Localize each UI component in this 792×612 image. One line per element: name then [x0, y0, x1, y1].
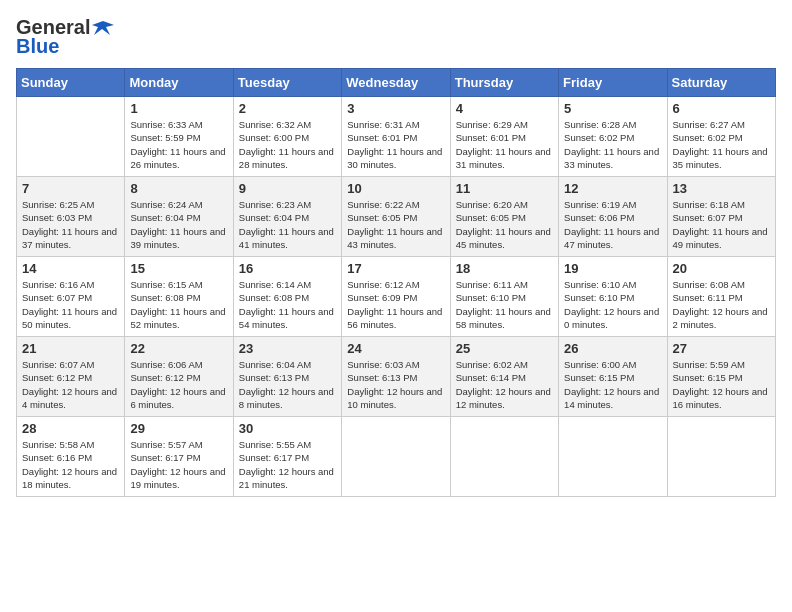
day-number: 29	[130, 421, 227, 436]
day-number: 25	[456, 341, 553, 356]
logo-bird-icon	[92, 17, 114, 39]
daylight-text: Daylight: 11 hours and 31 minutes.	[456, 145, 553, 172]
calendar-cell	[559, 417, 667, 497]
calendar-cell: 17 Sunrise: 6:12 AM Sunset: 6:09 PM Dayl…	[342, 257, 450, 337]
calendar-cell: 3 Sunrise: 6:31 AM Sunset: 6:01 PM Dayli…	[342, 97, 450, 177]
daylight-text: Daylight: 12 hours and 16 minutes.	[673, 385, 770, 412]
sunset-text: Sunset: 6:10 PM	[564, 291, 661, 304]
day-info: Sunrise: 6:00 AM Sunset: 6:15 PM Dayligh…	[564, 358, 661, 411]
day-info: Sunrise: 6:12 AM Sunset: 6:09 PM Dayligh…	[347, 278, 444, 331]
sunrise-text: Sunrise: 6:28 AM	[564, 118, 661, 131]
calendar-week-1: 1 Sunrise: 6:33 AM Sunset: 5:59 PM Dayli…	[17, 97, 776, 177]
calendar-week-5: 28 Sunrise: 5:58 AM Sunset: 6:16 PM Dayl…	[17, 417, 776, 497]
day-number: 18	[456, 261, 553, 276]
day-info: Sunrise: 5:59 AM Sunset: 6:15 PM Dayligh…	[673, 358, 770, 411]
calendar-cell: 18 Sunrise: 6:11 AM Sunset: 6:10 PM Dayl…	[450, 257, 558, 337]
sunrise-text: Sunrise: 6:24 AM	[130, 198, 227, 211]
sunrise-text: Sunrise: 6:10 AM	[564, 278, 661, 291]
column-header-saturday: Saturday	[667, 69, 775, 97]
sunrise-text: Sunrise: 6:06 AM	[130, 358, 227, 371]
day-number: 19	[564, 261, 661, 276]
calendar-cell	[450, 417, 558, 497]
day-info: Sunrise: 6:16 AM Sunset: 6:07 PM Dayligh…	[22, 278, 119, 331]
sunset-text: Sunset: 6:14 PM	[456, 371, 553, 384]
daylight-text: Daylight: 12 hours and 4 minutes.	[22, 385, 119, 412]
day-info: Sunrise: 6:22 AM Sunset: 6:05 PM Dayligh…	[347, 198, 444, 251]
logo: General Blue	[16, 16, 114, 58]
column-header-monday: Monday	[125, 69, 233, 97]
sunrise-text: Sunrise: 6:12 AM	[347, 278, 444, 291]
daylight-text: Daylight: 11 hours and 37 minutes.	[22, 225, 119, 252]
day-info: Sunrise: 6:19 AM Sunset: 6:06 PM Dayligh…	[564, 198, 661, 251]
calendar-week-4: 21 Sunrise: 6:07 AM Sunset: 6:12 PM Dayl…	[17, 337, 776, 417]
column-header-sunday: Sunday	[17, 69, 125, 97]
daylight-text: Daylight: 11 hours and 28 minutes.	[239, 145, 336, 172]
calendar-week-2: 7 Sunrise: 6:25 AM Sunset: 6:03 PM Dayli…	[17, 177, 776, 257]
sunset-text: Sunset: 6:09 PM	[347, 291, 444, 304]
calendar-cell: 2 Sunrise: 6:32 AM Sunset: 6:00 PM Dayli…	[233, 97, 341, 177]
day-number: 30	[239, 421, 336, 436]
page-header: General Blue	[16, 16, 776, 58]
sunrise-text: Sunrise: 6:16 AM	[22, 278, 119, 291]
sunrise-text: Sunrise: 6:19 AM	[564, 198, 661, 211]
day-number: 7	[22, 181, 119, 196]
sunset-text: Sunset: 6:12 PM	[22, 371, 119, 384]
day-info: Sunrise: 6:03 AM Sunset: 6:13 PM Dayligh…	[347, 358, 444, 411]
svg-marker-0	[92, 21, 114, 35]
daylight-text: Daylight: 11 hours and 49 minutes.	[673, 225, 770, 252]
sunset-text: Sunset: 6:15 PM	[673, 371, 770, 384]
day-number: 15	[130, 261, 227, 276]
sunrise-text: Sunrise: 6:23 AM	[239, 198, 336, 211]
sunrise-text: Sunrise: 6:27 AM	[673, 118, 770, 131]
calendar-cell	[667, 417, 775, 497]
day-info: Sunrise: 6:33 AM Sunset: 5:59 PM Dayligh…	[130, 118, 227, 171]
daylight-text: Daylight: 12 hours and 12 minutes.	[456, 385, 553, 412]
day-info: Sunrise: 6:14 AM Sunset: 6:08 PM Dayligh…	[239, 278, 336, 331]
sunrise-text: Sunrise: 6:14 AM	[239, 278, 336, 291]
daylight-text: Daylight: 11 hours and 41 minutes.	[239, 225, 336, 252]
sunset-text: Sunset: 6:10 PM	[456, 291, 553, 304]
day-info: Sunrise: 6:28 AM Sunset: 6:02 PM Dayligh…	[564, 118, 661, 171]
sunset-text: Sunset: 6:08 PM	[239, 291, 336, 304]
calendar-cell: 14 Sunrise: 6:16 AM Sunset: 6:07 PM Dayl…	[17, 257, 125, 337]
calendar-table: SundayMondayTuesdayWednesdayThursdayFrid…	[16, 68, 776, 497]
day-number: 5	[564, 101, 661, 116]
calendar-cell: 15 Sunrise: 6:15 AM Sunset: 6:08 PM Dayl…	[125, 257, 233, 337]
calendar-cell	[17, 97, 125, 177]
day-number: 22	[130, 341, 227, 356]
calendar-cell: 10 Sunrise: 6:22 AM Sunset: 6:05 PM Dayl…	[342, 177, 450, 257]
sunset-text: Sunset: 6:07 PM	[22, 291, 119, 304]
day-info: Sunrise: 6:20 AM Sunset: 6:05 PM Dayligh…	[456, 198, 553, 251]
day-number: 14	[22, 261, 119, 276]
sunset-text: Sunset: 6:01 PM	[456, 131, 553, 144]
sunset-text: Sunset: 6:06 PM	[564, 211, 661, 224]
sunset-text: Sunset: 6:03 PM	[22, 211, 119, 224]
sunrise-text: Sunrise: 6:32 AM	[239, 118, 336, 131]
day-number: 1	[130, 101, 227, 116]
day-number: 26	[564, 341, 661, 356]
daylight-text: Daylight: 11 hours and 50 minutes.	[22, 305, 119, 332]
day-number: 21	[22, 341, 119, 356]
sunrise-text: Sunrise: 6:02 AM	[456, 358, 553, 371]
day-number: 10	[347, 181, 444, 196]
calendar-cell: 8 Sunrise: 6:24 AM Sunset: 6:04 PM Dayli…	[125, 177, 233, 257]
calendar-cell: 28 Sunrise: 5:58 AM Sunset: 6:16 PM Dayl…	[17, 417, 125, 497]
daylight-text: Daylight: 12 hours and 6 minutes.	[130, 385, 227, 412]
day-info: Sunrise: 6:23 AM Sunset: 6:04 PM Dayligh…	[239, 198, 336, 251]
daylight-text: Daylight: 11 hours and 47 minutes.	[564, 225, 661, 252]
column-header-friday: Friday	[559, 69, 667, 97]
day-info: Sunrise: 6:25 AM Sunset: 6:03 PM Dayligh…	[22, 198, 119, 251]
day-info: Sunrise: 5:58 AM Sunset: 6:16 PM Dayligh…	[22, 438, 119, 491]
day-number: 24	[347, 341, 444, 356]
daylight-text: Daylight: 11 hours and 33 minutes.	[564, 145, 661, 172]
sunrise-text: Sunrise: 6:11 AM	[456, 278, 553, 291]
sunset-text: Sunset: 6:05 PM	[347, 211, 444, 224]
calendar-cell: 9 Sunrise: 6:23 AM Sunset: 6:04 PM Dayli…	[233, 177, 341, 257]
sunset-text: Sunset: 6:16 PM	[22, 451, 119, 464]
sunrise-text: Sunrise: 5:57 AM	[130, 438, 227, 451]
day-number: 3	[347, 101, 444, 116]
sunset-text: Sunset: 6:04 PM	[130, 211, 227, 224]
daylight-text: Daylight: 12 hours and 8 minutes.	[239, 385, 336, 412]
sunrise-text: Sunrise: 6:08 AM	[673, 278, 770, 291]
calendar-cell: 24 Sunrise: 6:03 AM Sunset: 6:13 PM Dayl…	[342, 337, 450, 417]
